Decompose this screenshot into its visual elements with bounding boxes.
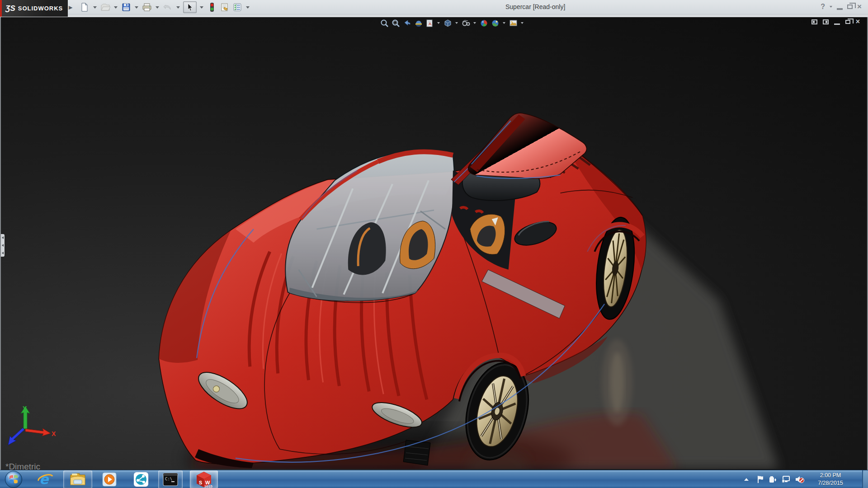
rebuild-traffic-light-icon — [209, 2, 215, 12]
undo-button[interactable] — [162, 2, 173, 13]
help-icon[interactable]: ? — [821, 3, 825, 11]
view-settings-icon[interactable] — [509, 19, 518, 28]
collapse-arrow-icon — [2, 244, 4, 247]
taskbar-command-prompt[interactable]: C:\ — [158, 470, 183, 488]
options-button[interactable] — [232, 2, 243, 13]
show-hidden-icons-button[interactable] — [741, 470, 751, 488]
save-dropdown[interactable] — [135, 6, 138, 9]
close-icon[interactable]: × — [857, 4, 862, 10]
open-dropdown[interactable] — [114, 6, 118, 9]
power-plug-icon[interactable] — [768, 470, 778, 488]
options-dropdown[interactable] — [246, 6, 250, 9]
menu-flyout-arrow-icon[interactable]: ▶ — [69, 5, 72, 10]
windows-logo-icon — [5, 470, 23, 488]
taskbar-media-player[interactable] — [99, 470, 120, 488]
zoom-to-area-icon[interactable] — [391, 19, 400, 28]
taskbar-internet-explorer[interactable]: e — [34, 470, 56, 488]
doc-restore-icon[interactable] — [845, 20, 850, 24]
select-tool-dropdown[interactable] — [200, 6, 203, 9]
logo-text: SOLIDWORKS — [18, 5, 63, 12]
display-style-icon[interactable] — [461, 19, 470, 28]
pane-toggle-right-icon[interactable] — [823, 19, 829, 24]
view-orientation-icon[interactable] — [443, 19, 452, 28]
window-title: Supercar [Read-only] — [505, 3, 565, 10]
y-axis-label: Y — [23, 405, 27, 412]
new-document-dropdown[interactable] — [93, 6, 97, 9]
headsup-view-toolbar — [380, 18, 524, 28]
taskbar-share-app[interactable] — [130, 470, 152, 488]
file-explorer-icon — [69, 471, 86, 488]
annotation-views-icon[interactable] — [425, 19, 434, 28]
options-icon — [233, 3, 242, 12]
print-icon — [142, 3, 152, 12]
svg-text:S: S — [199, 480, 202, 485]
graphics-viewport[interactable]: × Y X *Dimetric — [0, 17, 868, 470]
show-desktop-button[interactable] — [862, 470, 868, 488]
section-view-icon[interactable] — [414, 19, 423, 28]
view-orientation-label: *Dimetric — [5, 462, 40, 470]
taskbar-solidworks[interactable]: S W 2015 — [190, 470, 218, 488]
command-prompt-icon: C:\ — [162, 472, 179, 487]
new-document-icon — [80, 3, 89, 12]
windows-taskbar: e — [0, 470, 868, 488]
solidworks-window: Supercar [Read-only] ? × ƷS SOLIDWORKS ▶ — [0, 0, 868, 488]
start-button[interactable] — [3, 470, 24, 488]
volume-muted-icon[interactable] — [794, 470, 806, 488]
select-tool-button[interactable] — [183, 1, 197, 13]
rebuild-button[interactable] — [207, 2, 217, 13]
x-axis-arrow — [25, 428, 51, 436]
network-icon[interactable] — [780, 470, 792, 488]
restore-icon[interactable] — [847, 5, 853, 9]
minimize-icon[interactable] — [837, 8, 843, 10]
open-icon — [100, 3, 110, 12]
apply-scene-dropdown[interactable] — [503, 22, 505, 24]
internet-explorer-icon: e — [37, 471, 54, 488]
save-icon — [122, 3, 131, 12]
print-button[interactable] — [142, 2, 152, 13]
sw-year: 2015 — [204, 484, 212, 488]
cmd-label: C:\ — [165, 477, 172, 481]
help-dropdown[interactable] — [830, 6, 832, 8]
zoom-to-fit-icon[interactable] — [380, 19, 389, 28]
tray-time: 2:00 PM — [806, 472, 855, 479]
doc-minimize-icon[interactable] — [834, 23, 840, 25]
action-center-flag-icon[interactable] — [755, 470, 766, 488]
undo-icon — [163, 3, 173, 12]
view-settings-dropdown[interactable] — [521, 22, 524, 24]
edit-appearance-icon[interactable] — [479, 19, 488, 28]
tray-date: 7/28/2015 — [806, 479, 855, 487]
annotation-views-dropdown[interactable] — [437, 22, 440, 24]
collapse-arrow-icon — [2, 252, 4, 254]
file-properties-button[interactable] — [219, 2, 230, 13]
share-app-icon — [132, 471, 150, 488]
collapse-arrow-icon — [2, 236, 4, 239]
display-style-dropdown[interactable] — [473, 22, 476, 24]
previous-view-icon[interactable] — [402, 19, 411, 28]
solidworks-logo[interactable]: ƷS SOLIDWORKS — [0, 0, 68, 17]
select-cursor-icon — [186, 3, 193, 11]
undo-dropdown[interactable] — [176, 6, 180, 9]
car-3d-scene — [1, 17, 867, 469]
feature-tree-splitter[interactable] — [1, 234, 5, 257]
main-toolbar — [79, 1, 251, 14]
print-dropdown[interactable] — [156, 6, 159, 9]
media-player-icon — [101, 471, 118, 488]
doc-close-icon[interactable]: × — [856, 19, 860, 25]
logo-mark: ƷS — [5, 4, 15, 13]
taskbar-file-explorer[interactable] — [63, 470, 92, 488]
open-button[interactable] — [100, 2, 111, 13]
z-axis-arrow — [8, 428, 24, 445]
reference-triad: Y X — [4, 405, 58, 453]
x-axis-label: X — [52, 430, 56, 437]
title-bar: Supercar [Read-only] ? × — [0, 0, 868, 14]
tray-clock[interactable]: 2:00 PM 7/28/2015 — [806, 472, 855, 487]
save-button[interactable] — [121, 2, 132, 13]
document-window-controls: × — [811, 19, 860, 25]
logo-red-accent — [0, 0, 2, 17]
file-properties-icon — [220, 3, 229, 12]
apply-scene-icon[interactable] — [491, 19, 500, 28]
view-orientation-dropdown[interactable] — [455, 22, 458, 24]
pane-toggle-left-icon[interactable] — [811, 19, 817, 24]
new-document-button[interactable] — [79, 2, 90, 13]
svg-text:e: e — [39, 471, 49, 487]
